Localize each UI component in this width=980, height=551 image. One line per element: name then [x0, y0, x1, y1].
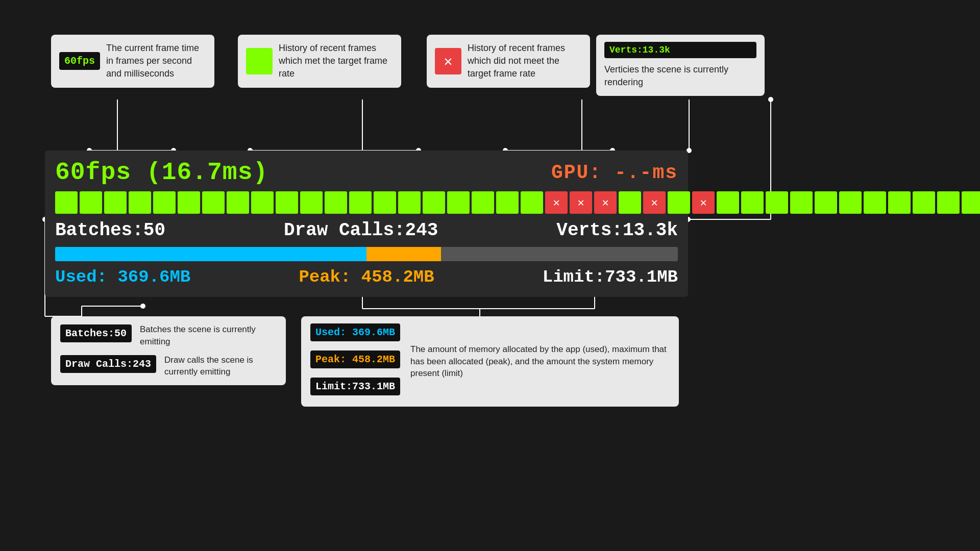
svg-point-32 [768, 97, 773, 102]
memory-bar-peak [366, 247, 441, 261]
frame-cell [153, 191, 176, 214]
frame-cell [668, 191, 690, 214]
frame-cell [423, 191, 445, 214]
memory-bar-used [55, 247, 366, 261]
peak-badge: Peak: 458.2MB [310, 350, 400, 368]
frame-cell [937, 191, 960, 214]
frame-cell [839, 191, 862, 214]
frame-cell [129, 191, 151, 214]
mem-used-value: Used: 369.6MB [55, 267, 190, 287]
frame-cell [55, 191, 78, 214]
frame-cell [104, 191, 127, 214]
batches-desc: Batches the scene is currently emitting [140, 323, 277, 348]
frame-cell [521, 191, 543, 214]
frame-cell [717, 191, 739, 214]
frame-cell [815, 191, 837, 214]
frame-cell: ✕ [594, 191, 617, 214]
gpu-value: GPU: -.-ms [551, 162, 678, 184]
draw-calls-value: Draw Calls:243 [284, 220, 438, 241]
green-frame-tooltip-text: History of recent frames which met the t… [279, 42, 393, 81]
frame-cell [374, 191, 396, 214]
frame-cell: ✕ [570, 191, 592, 214]
frame-cell [300, 191, 323, 214]
used-badge: Used: 369.6MB [310, 323, 400, 341]
memory-bar [55, 247, 678, 261]
batches-value: Batches:50 [55, 220, 165, 241]
memory-desc: The amount of memory allocated by the ap… [410, 323, 670, 399]
frame-history-row: ✕✕✕✕✕ [55, 191, 678, 214]
fps-main-value: 60fps (16.7ms) [55, 159, 268, 186]
verts-value: Verts:13.3k [556, 220, 678, 241]
limit-badge: Limit:733.1MB [310, 378, 400, 395]
frame-cell [766, 191, 788, 214]
frame-cell [325, 191, 347, 214]
frame-cell [251, 191, 274, 214]
frame-cell: ✕ [692, 191, 715, 214]
verts-badge-tooltip: Verts:13.3k [604, 42, 756, 58]
verts-tooltip: Verts:13.3k Verticies the scene is curre… [596, 35, 765, 96]
frame-cell [202, 191, 225, 214]
frame-cell [619, 191, 641, 214]
frame-cell [227, 191, 249, 214]
red-x-icon: ✕ [435, 48, 461, 74]
frame-cell [349, 191, 372, 214]
frame-cell [447, 191, 470, 214]
frame-cell [80, 191, 102, 214]
green-frame-icon [246, 48, 273, 74]
draw-badge: Draw Calls:243 [60, 355, 156, 373]
frame-cell [913, 191, 935, 214]
frame-cell [398, 191, 421, 214]
draw-desc: Draw calls the scene is currently emitti… [164, 354, 277, 379]
red-frame-tooltip: ✕ History of recent frames which did not… [427, 35, 590, 88]
batches-draw-tooltip: Batches:50 Batches the scene is currentl… [51, 316, 286, 385]
frame-cell: ✕ [545, 191, 568, 214]
fps-badge: 60fps [59, 52, 100, 70]
frame-cell [276, 191, 298, 214]
frame-cell [472, 191, 494, 214]
frame-cell [496, 191, 519, 214]
frame-cell [178, 191, 200, 214]
red-frame-tooltip-text: History of recent frames which did not m… [468, 42, 582, 81]
verts-tooltip-text: Verticies the scene is currently renderi… [604, 63, 756, 89]
frame-cell: ✕ [643, 191, 666, 214]
frame-cell [962, 191, 980, 214]
frame-cell [888, 191, 911, 214]
main-stats-panel: 60fps (16.7ms) GPU: -.-ms ✕✕✕✕✕ Batches:… [45, 151, 688, 297]
green-frame-tooltip: History of recent frames which met the t… [238, 35, 401, 88]
mem-limit-value: Limit:733.1MB [543, 267, 678, 287]
mem-peak-value: Peak: 458.2MB [299, 267, 434, 287]
fps-tooltip-text: The current frame time in frames per sec… [106, 42, 206, 81]
svg-point-20 [140, 304, 145, 309]
frame-cell [790, 191, 813, 214]
fps-tooltip: 60fps The current frame time in frames p… [51, 35, 214, 88]
memory-tooltip: Used: 369.6MB Peak: 458.2MB Limit:733.1M… [301, 316, 679, 407]
frame-cell [864, 191, 886, 214]
frame-cell [741, 191, 764, 214]
batches-badge: Batches:50 [60, 324, 132, 342]
